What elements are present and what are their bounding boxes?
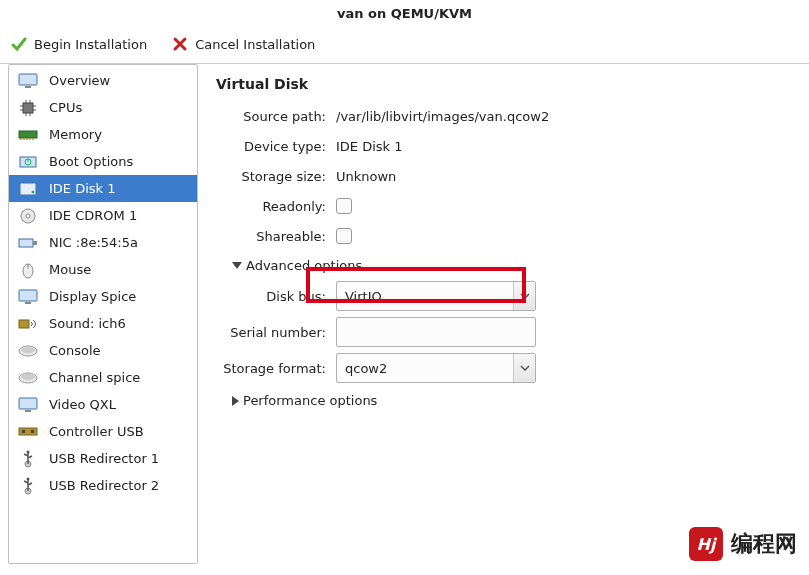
usb-icon bbox=[17, 450, 39, 468]
nic-icon bbox=[17, 234, 39, 252]
svg-rect-22 bbox=[19, 428, 37, 435]
readonly-checkbox[interactable] bbox=[336, 198, 352, 214]
disk-bus-combo[interactable]: VirtIO bbox=[336, 281, 536, 311]
storage-format-combo[interactable]: qcow2 bbox=[336, 353, 536, 383]
console-icon bbox=[17, 342, 39, 360]
sidebar-item-memory[interactable]: Memory bbox=[9, 121, 197, 148]
disk-bus-value: VirtIO bbox=[345, 289, 382, 304]
svg-rect-20 bbox=[19, 398, 37, 409]
watermark: Hj 编程网 bbox=[689, 527, 797, 561]
hardware-sidebar: OverviewCPUsMemoryBoot OptionsIDE Disk 1… bbox=[8, 64, 198, 564]
sidebar-item-channel-spice[interactable]: Channel spice bbox=[9, 364, 197, 391]
svg-rect-15 bbox=[19, 320, 29, 328]
svg-rect-0 bbox=[19, 74, 37, 85]
storage-format-value: qcow2 bbox=[345, 361, 387, 376]
svg-rect-24 bbox=[31, 430, 34, 433]
svg-point-19 bbox=[21, 374, 35, 380]
sidebar-item-usb-redirector-2[interactable]: USB Redirector 2 bbox=[9, 472, 197, 499]
sidebar-item-sound-ich6[interactable]: Sound: ich6 bbox=[9, 310, 197, 337]
sidebar-item-overview[interactable]: Overview bbox=[9, 67, 197, 94]
sidebar-item-label: CPUs bbox=[49, 100, 82, 115]
svg-point-26 bbox=[27, 450, 30, 453]
sidebar-item-video-qxl[interactable]: Video QXL bbox=[9, 391, 197, 418]
main-area: OverviewCPUsMemoryBoot OptionsIDE Disk 1… bbox=[0, 63, 809, 564]
sidebar-item-display-spice[interactable]: Display Spice bbox=[9, 283, 197, 310]
sidebar-item-label: Sound: ich6 bbox=[49, 316, 126, 331]
sidebar-item-boot-options[interactable]: Boot Options bbox=[9, 148, 197, 175]
usb-ctrl-icon bbox=[17, 423, 39, 441]
svg-point-28 bbox=[27, 477, 30, 480]
detail-panel: Virtual Disk Source path: /var/lib/libvi… bbox=[198, 64, 809, 564]
sidebar-item-label: USB Redirector 1 bbox=[49, 451, 159, 466]
begin-label: Begin Installation bbox=[34, 37, 147, 52]
sidebar-item-label: Video QXL bbox=[49, 397, 116, 412]
sidebar-item-label: Overview bbox=[49, 73, 110, 88]
watermark-logo: Hj bbox=[689, 527, 723, 561]
sidebar-item-label: NIC :8e:54:5a bbox=[49, 235, 138, 250]
svg-point-17 bbox=[21, 347, 35, 353]
source-path-label: Source path: bbox=[216, 109, 336, 124]
sidebar-item-mouse[interactable]: Mouse bbox=[9, 256, 197, 283]
performance-options-label: Performance options bbox=[243, 393, 377, 408]
svg-point-7 bbox=[32, 190, 35, 193]
sidebar-item-label: IDE Disk 1 bbox=[49, 181, 116, 196]
sidebar-item-label: Console bbox=[49, 343, 101, 358]
serial-number-input[interactable] bbox=[336, 317, 536, 347]
chevron-down-icon bbox=[513, 354, 535, 382]
sidebar-item-nic-8e-54-5a[interactable]: NIC :8e:54:5a bbox=[9, 229, 197, 256]
svg-rect-14 bbox=[25, 302, 31, 304]
cancel-installation-button[interactable]: Cancel Installation bbox=[171, 35, 315, 53]
cancel-label: Cancel Installation bbox=[195, 37, 315, 52]
svg-rect-10 bbox=[19, 239, 33, 247]
monitor-icon bbox=[17, 396, 39, 414]
storage-size-value: Unknown bbox=[336, 169, 791, 184]
readonly-label: Readonly: bbox=[216, 199, 336, 214]
monitor-icon bbox=[17, 72, 39, 90]
performance-options-toggle[interactable]: Performance options bbox=[232, 393, 791, 408]
shareable-checkbox[interactable] bbox=[336, 228, 352, 244]
sidebar-item-ide-cdrom-1[interactable]: IDE CDROM 1 bbox=[9, 202, 197, 229]
cpu-icon bbox=[17, 99, 39, 117]
sidebar-item-label: Memory bbox=[49, 127, 102, 142]
svg-point-9 bbox=[26, 214, 30, 218]
boot-icon bbox=[17, 153, 39, 171]
sidebar-item-label: Controller USB bbox=[49, 424, 144, 439]
sidebar-item-console[interactable]: Console bbox=[9, 337, 197, 364]
sound-icon bbox=[17, 315, 39, 333]
sidebar-item-label: Mouse bbox=[49, 262, 91, 277]
disk-icon bbox=[17, 180, 39, 198]
svg-rect-1 bbox=[25, 86, 31, 88]
mouse-icon bbox=[17, 261, 39, 279]
device-type-value: IDE Disk 1 bbox=[336, 139, 791, 154]
usb-icon bbox=[17, 477, 39, 495]
disk-bus-label: Disk bus: bbox=[216, 289, 336, 304]
advanced-options-toggle[interactable]: Advanced options bbox=[232, 258, 791, 273]
monitor-icon bbox=[17, 288, 39, 306]
memory-icon bbox=[17, 126, 39, 144]
sidebar-item-label: USB Redirector 2 bbox=[49, 478, 159, 493]
serial-number-label: Serial number: bbox=[216, 325, 336, 340]
source-path-value: /var/lib/libvirt/images/van.qcow2 bbox=[336, 109, 791, 124]
sidebar-item-usb-redirector-1[interactable]: USB Redirector 1 bbox=[9, 445, 197, 472]
storage-format-label: Storage format: bbox=[216, 361, 336, 376]
cancel-icon bbox=[171, 35, 189, 53]
sidebar-item-ide-disk-1[interactable]: IDE Disk 1 bbox=[9, 175, 197, 202]
sidebar-item-label: Channel spice bbox=[49, 370, 140, 385]
watermark-text: 编程网 bbox=[731, 529, 797, 559]
check-icon bbox=[10, 35, 28, 53]
svg-rect-3 bbox=[19, 131, 37, 138]
sidebar-item-controller-usb[interactable]: Controller USB bbox=[9, 418, 197, 445]
begin-installation-button[interactable]: Begin Installation bbox=[10, 35, 147, 53]
chevron-down-icon bbox=[513, 282, 535, 310]
sidebar-item-label: IDE CDROM 1 bbox=[49, 208, 137, 223]
sidebar-item-label: Boot Options bbox=[49, 154, 133, 169]
toolbar: Begin Installation Cancel Installation bbox=[0, 31, 809, 63]
panel-heading: Virtual Disk bbox=[216, 76, 791, 92]
svg-rect-21 bbox=[25, 410, 31, 412]
svg-rect-2 bbox=[23, 103, 33, 113]
sidebar-item-cpus[interactable]: CPUs bbox=[9, 94, 197, 121]
device-type-label: Device type: bbox=[216, 139, 336, 154]
svg-rect-11 bbox=[33, 241, 37, 245]
triangle-down-icon bbox=[232, 262, 242, 269]
advanced-options-label: Advanced options bbox=[246, 258, 362, 273]
